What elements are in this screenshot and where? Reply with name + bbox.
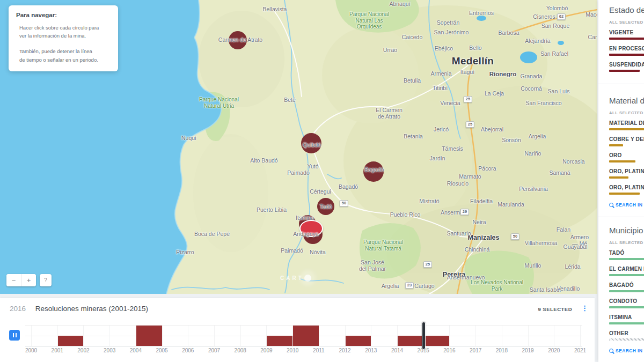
year-tick-label: 2015 (413, 348, 434, 353)
year-tick-label: 2011 (308, 348, 330, 353)
year-tick-label: 2018 (491, 348, 513, 353)
all-selected-label[interactable]: ALL SELECTED (609, 20, 644, 25)
road-shield: 25 (466, 121, 474, 128)
mine-circle[interactable] (317, 198, 334, 215)
category-label: MATERIAL DE C (609, 120, 644, 126)
category-label: EN PROCESO D (609, 46, 644, 51)
tooltip-line: de tiempo o señalar en un periodo. (16, 56, 112, 64)
category-row[interactable]: ITSMINA (609, 314, 644, 324)
tooltip-line: ver la información de la mina. (16, 32, 112, 40)
pause-icon (13, 333, 14, 337)
histogram-bar[interactable] (424, 336, 450, 346)
zoom-in-button[interactable]: + (21, 274, 36, 286)
year-tick-label: 2003 (99, 348, 120, 353)
road-shield: 23 (405, 282, 414, 289)
tooltip-line: También, puede detener la línea (16, 47, 112, 55)
year-tick-label: 2019 (517, 348, 539, 353)
mine-circle[interactable] (301, 133, 321, 153)
road-shield: 50 (340, 200, 348, 206)
category-label: ORO, PLATINO (609, 184, 644, 190)
histogram-bar[interactable] (293, 326, 319, 346)
search-in-categories-link[interactable]: SEARCH IN 7 C (609, 348, 644, 353)
category-bar (609, 70, 640, 72)
category-label: EL CARMEN DE (609, 266, 644, 272)
category-row[interactable]: ORO, PLATINO (609, 184, 644, 195)
category-row[interactable]: VIGENTE (609, 29, 644, 40)
year-tick-label: 2013 (360, 348, 382, 353)
histogram-chart[interactable] (25, 325, 582, 346)
mine-circle-highlighted[interactable] (299, 220, 323, 237)
histogram-bar[interactable] (398, 336, 424, 346)
category-bar (609, 144, 623, 146)
histogram-bar[interactable] (267, 336, 293, 346)
histogram-cell (292, 326, 319, 346)
selected-count-badge: 9 SELECTED (538, 306, 572, 312)
time-cursor-handle[interactable] (422, 322, 426, 350)
widget-options-menu-icon[interactable]: ⋮ (581, 304, 588, 313)
category-row[interactable]: BAGADÓ (609, 282, 644, 292)
category-bar (609, 306, 644, 308)
category-bar (609, 128, 644, 130)
carto-logo: CART (280, 275, 311, 282)
category-label: OTHER (609, 330, 644, 336)
road-shield: 62 (557, 13, 566, 20)
histogram-cell (83, 326, 110, 346)
category-row[interactable]: TADÓ (609, 250, 644, 260)
pause-button[interactable] (9, 330, 20, 341)
year-tick-label: 2005 (151, 348, 173, 353)
filter-widget: Estado de laALL SELECTEDVIGENTEEN PROCES… (598, 0, 644, 78)
tooltip-title: Para navegar: (16, 12, 112, 18)
year-tick-label: 2021 (569, 348, 591, 353)
carto-logo-dot-icon (304, 275, 311, 282)
road-shield: 50 (511, 233, 519, 240)
category-label: ORO (609, 152, 644, 158)
zoom-out-button[interactable]: − (6, 274, 21, 286)
all-selected-label[interactable]: ALL SELECTED (609, 240, 644, 245)
category-row[interactable]: ORO (609, 152, 644, 162)
time-series-widget: 2016 Resoluciones mineras (2001-2015) 9 … (0, 298, 595, 362)
category-row[interactable]: ORO, PLATINO (609, 168, 644, 179)
category-bar (609, 54, 644, 56)
map-controls: − + ? (6, 274, 52, 286)
histogram-bar[interactable] (346, 336, 372, 346)
category-row[interactable]: SUSPENDIDA (609, 62, 644, 72)
category-bar (609, 160, 635, 162)
histogram-cell (528, 326, 555, 346)
filter-widget-title: Municipio (609, 226, 644, 235)
histogram-cell (475, 326, 502, 346)
histogram-cell (214, 326, 241, 346)
all-selected-label[interactable]: ALL SELECTED (609, 110, 644, 115)
search-link-label: SEARCH IN 7 C (616, 348, 644, 353)
category-label: ORO, PLATINO (609, 168, 644, 174)
category-row[interactable]: MATERIAL DE C (609, 120, 644, 130)
histogram-bar[interactable] (136, 326, 163, 346)
filter-widget: Material deALL SELECTEDMATERIAL DE CCOBR… (598, 84, 644, 208)
help-button[interactable]: ? (40, 274, 52, 286)
timeline-title: Resoluciones mineras (2001-2015) (35, 305, 148, 313)
year-tick-label: 2001 (47, 348, 68, 353)
timeline-header: 2016 Resoluciones mineras (2001-2015) (10, 305, 148, 313)
mine-circle[interactable] (363, 161, 384, 182)
tooltip-line: Hacer click sobre cada círculo para (16, 24, 112, 32)
category-row[interactable]: EL CARMEN DE (609, 266, 644, 276)
search-in-categories-link[interactable]: SEARCH IN 6 C (609, 202, 644, 208)
carto-logo-text: CART (280, 275, 304, 281)
category-label: COBRE Y DEMÁ (609, 136, 644, 142)
year-tick-label: 2008 (230, 348, 251, 353)
category-row[interactable]: CONDOTO (609, 298, 644, 308)
year-tick-label: 2002 (72, 348, 94, 353)
category-row[interactable]: COBRE Y DEMÁ (609, 136, 644, 146)
year-tick-label: 2004 (125, 348, 147, 353)
search-link-label: SEARCH IN 6 C (616, 202, 644, 208)
pause-icon (16, 333, 17, 337)
histogram-cell (240, 326, 267, 346)
category-bar (609, 38, 644, 40)
histogram-bar[interactable] (58, 336, 84, 346)
histogram-cell (345, 326, 372, 346)
category-row[interactable]: OTHER (609, 330, 644, 341)
mine-circle[interactable] (229, 31, 247, 49)
category-bar (609, 338, 644, 341)
category-row[interactable]: EN PROCESO D (609, 46, 644, 56)
category-label: ITSMINA (609, 314, 644, 320)
histogram-cell (188, 326, 215, 346)
